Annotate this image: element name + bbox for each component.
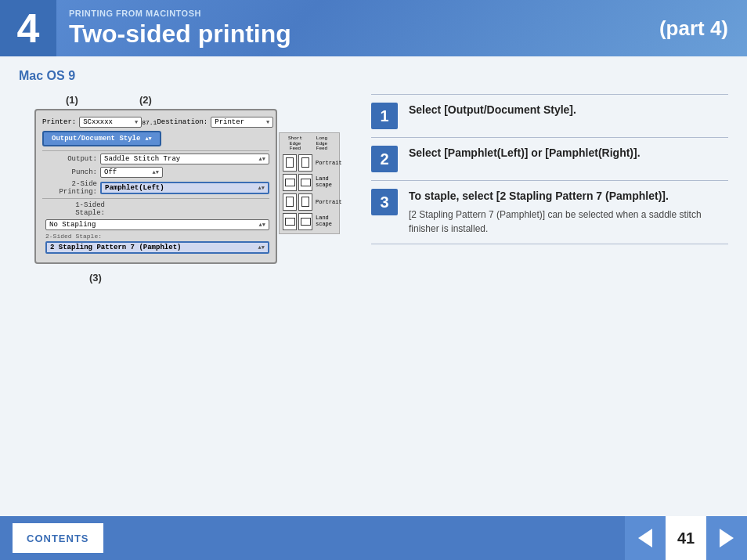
step-content-2: Select [Pamphlet(Left)] or [Pamphlet(Rig… bbox=[409, 146, 728, 164]
output-document-style-label: Output/Document Style bbox=[52, 135, 140, 143]
destination-select[interactable]: Printer ▼ bbox=[211, 117, 273, 128]
step-content-3: To staple, select [2 Stapling Pattern 7 … bbox=[409, 189, 728, 236]
one-side-staple-select[interactable]: No Stapling ▲▼ bbox=[45, 219, 269, 230]
portrait-row-2: Portrait bbox=[283, 193, 336, 211]
two-side-staple-select-row: 2 Stapling Pattern 7 (Pamphlet) ▲▼ bbox=[42, 241, 269, 254]
two-side-staple-value: 2 Stapling Pattern 7 (Pamphlet) bbox=[50, 244, 181, 251]
feed-panel: ShortEdgeFeed LongEdgeFeed Portrai bbox=[279, 132, 340, 234]
printer-label: Printer: bbox=[42, 118, 76, 126]
prev-page-button[interactable] bbox=[625, 516, 666, 560]
divider-1 bbox=[42, 150, 269, 151]
header-title: Two-sided printing bbox=[69, 20, 659, 49]
output-row: Output: Saddle Stitch Tray ▲▼ bbox=[42, 154, 269, 164]
header-subtitle: PRINTING FROM MACINTOSH bbox=[69, 9, 659, 18]
punch-row: Punch: Off ▲▼ bbox=[42, 167, 269, 178]
portrait-short-icon-2[interactable] bbox=[283, 193, 297, 211]
landscape-long-icon[interactable] bbox=[298, 174, 312, 191]
landscape-row-2: Landscape bbox=[283, 213, 336, 230]
two-side-row: 2-Side Printing: Pamphlet(Left) ▲▼ bbox=[42, 180, 269, 196]
two-side-select[interactable]: Pamphlet(Left) ▲▼ bbox=[100, 182, 269, 194]
punch-select[interactable]: Off ▲▼ bbox=[100, 167, 163, 178]
dialog-panel: (1) (2) Printer: SCxxxxx ▼ 87.1 bbox=[19, 94, 355, 507]
step-content-1: Select [Output/Document Style]. bbox=[409, 103, 728, 121]
annotation-label-1: (1) bbox=[66, 94, 78, 106]
header-text: PRINTING FROM MACINTOSH Two-sided printi… bbox=[56, 9, 659, 49]
portrait-label: Portrait bbox=[316, 160, 342, 166]
landscape-label-2: Landscape bbox=[316, 215, 332, 227]
output-label: Output: bbox=[42, 155, 97, 163]
long-edge-label: LongEdgeFeed bbox=[309, 136, 334, 152]
page-num: 87.1 bbox=[142, 119, 157, 126]
output-document-style-btn[interactable]: Output/Document Style ▲▼ bbox=[42, 131, 161, 146]
step-sub-text-3: [2 Stapling Pattern 7 (Pamphlet)] can be… bbox=[409, 208, 728, 236]
mac-dialog: Printer: SCxxxxx ▼ 87.1 Destination: Pri… bbox=[34, 109, 277, 264]
main-content: Mac OS 9 (1) (2) Printer: SCxxxxx ▼ bbox=[0, 56, 747, 516]
steps-panel: 1 Select [Output/Document Style]. 2 Sele… bbox=[371, 94, 728, 507]
landscape-icons bbox=[283, 174, 312, 191]
step-main-text-3: To staple, select [2 Stapling Pattern 7 … bbox=[409, 189, 728, 204]
step-number-3: 3 bbox=[371, 189, 398, 215]
short-edge-label: ShortEdgeFeed bbox=[283, 136, 308, 152]
step-1: 1 Select [Output/Document Style]. bbox=[371, 94, 728, 138]
chapter-number-box: 4 bbox=[0, 0, 56, 56]
two-side-staple-select[interactable]: 2 Stapling Pattern 7 (Pamphlet) ▲▼ bbox=[45, 241, 269, 254]
landscape-icons-2 bbox=[283, 213, 312, 230]
step-2: 2 Select [Pamphlet(Left)] or [Pamphlet(R… bbox=[371, 138, 728, 181]
landscape-label: Landscape bbox=[316, 176, 332, 188]
output-value: Saddle Stitch Tray bbox=[104, 155, 180, 163]
header-part: (part 4) bbox=[659, 16, 747, 41]
portrait-label-2: Portrait bbox=[316, 199, 342, 205]
page-footer: CONTENTS 41 bbox=[0, 516, 747, 560]
one-side-staple-row: 1-Sided Staple: bbox=[42, 201, 269, 217]
portrait-icons-2 bbox=[283, 193, 312, 211]
landscape-short-icon-2[interactable] bbox=[283, 213, 297, 230]
printer-value: SCxxxxx bbox=[83, 118, 113, 126]
annotation-label-2: (2) bbox=[139, 94, 152, 106]
one-side-staple-select-row: No Stapling ▲▼ bbox=[42, 219, 269, 230]
one-side-staple-label: 1-Sided Staple: bbox=[42, 201, 105, 217]
step-number-1: 1 bbox=[371, 103, 398, 129]
punch-label: Punch: bbox=[42, 168, 97, 176]
next-arrow-icon bbox=[720, 529, 734, 547]
next-page-button[interactable] bbox=[706, 516, 747, 560]
two-side-staple-section-label: 2-Sided Staple: bbox=[45, 233, 269, 240]
two-side-label: 2-Side Printing: bbox=[42, 180, 97, 196]
portrait-long-icon[interactable] bbox=[298, 154, 312, 172]
portrait-short-icon[interactable] bbox=[283, 154, 297, 172]
page-number: 41 bbox=[666, 516, 706, 560]
portrait-icons bbox=[283, 154, 312, 172]
two-side-value: Pamphlet(Left) bbox=[105, 184, 164, 192]
destination-area: 87.1 bbox=[142, 119, 157, 126]
content-area: (1) (2) Printer: SCxxxxx ▼ 87.1 bbox=[19, 94, 728, 507]
feed-headers: ShortEdgeFeed LongEdgeFeed bbox=[283, 136, 336, 152]
output-select[interactable]: Saddle Stitch Tray ▲▼ bbox=[100, 154, 269, 164]
destination-value: Printer bbox=[215, 118, 244, 126]
section-title: Mac OS 9 bbox=[19, 69, 728, 83]
page-header: 4 PRINTING FROM MACINTOSH Two-sided prin… bbox=[0, 0, 747, 56]
landscape-row: Landscape bbox=[283, 174, 336, 191]
one-side-staple-value: No Stapling bbox=[49, 221, 96, 229]
step-main-text-1: Select [Output/Document Style]. bbox=[409, 103, 728, 118]
destination-label: Destination: bbox=[157, 118, 208, 126]
divider-2 bbox=[42, 198, 269, 199]
portrait-long-icon-2[interactable] bbox=[298, 193, 312, 211]
prev-arrow-icon bbox=[638, 529, 652, 547]
step-main-text-2: Select [Pamphlet(Left)] or [Pamphlet(Rig… bbox=[409, 146, 728, 161]
step-number-2: 2 bbox=[371, 146, 398, 172]
printer-select[interactable]: SCxxxxx ▼ bbox=[79, 117, 142, 128]
contents-button[interactable]: CONTENTS bbox=[13, 523, 103, 553]
annotation-3-wrapper: (3) bbox=[89, 270, 355, 284]
footer-nav: 41 bbox=[625, 516, 747, 560]
punch-value: Off bbox=[104, 168, 117, 176]
step-3: 3 To staple, select [2 Stapling Pattern … bbox=[371, 181, 728, 244]
portrait-row: Portrait bbox=[283, 154, 336, 172]
landscape-short-icon[interactable] bbox=[283, 174, 297, 191]
contents-label: CONTENTS bbox=[27, 533, 89, 544]
landscape-long-icon-2[interactable] bbox=[298, 213, 312, 230]
chapter-number: 4 bbox=[17, 8, 40, 49]
annotation-label-3: (3) bbox=[89, 272, 102, 284]
